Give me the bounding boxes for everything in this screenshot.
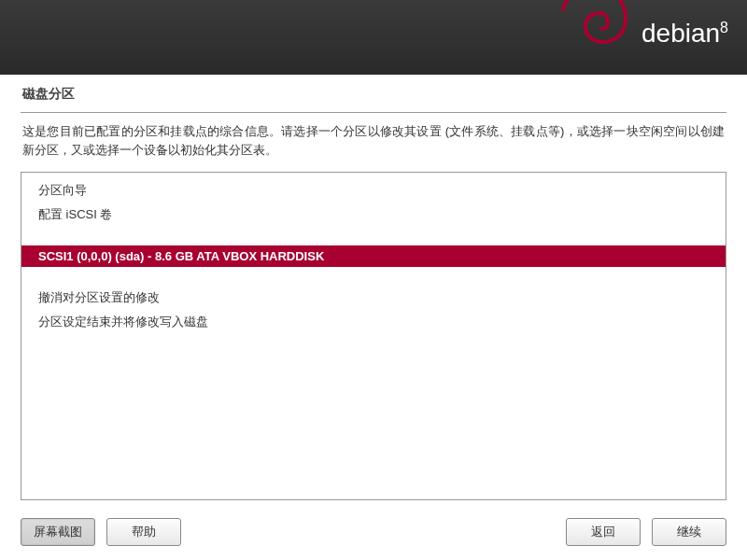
back-button[interactable]: 返回 [566,518,641,546]
option-undo-changes[interactable]: 撤消对分区设置的修改 [21,286,726,310]
list-spacer [21,227,726,245]
footer-bar: 屏幕截图 帮助 返回 继续 [0,504,747,560]
brand-version: 8 [720,20,728,35]
brand-name: debian [641,19,720,48]
help-button[interactable]: 帮助 [106,518,181,546]
option-disk-sda[interactable]: SCSI1 (0,0,0) (sda) - 8.6 GB ATA VBOX HA… [21,245,726,267]
partition-list: 分区向导 配置 iSCSI 卷 SCSI1 (0,0,0) (sda) - 8.… [21,172,726,500]
header-banner: debian8 [0,0,747,75]
option-finish-partitioning[interactable]: 分区设定结束并将修改写入磁盘 [21,310,726,334]
debian-swirl-icon [546,0,640,65]
page-title: 磁盘分区 [0,75,747,112]
footer-right-group: 返回 继续 [566,518,726,546]
instructions-text: 这是您目前已配置的分区和挂载点的综合信息。请选择一个分区以修改其设置 (文件系统… [0,122,747,168]
footer-left-group: 屏幕截图 帮助 [21,518,181,546]
list-spacer [21,267,726,286]
screenshot-button[interactable]: 屏幕截图 [21,518,95,546]
option-guided-partitioning[interactable]: 分区向导 [21,173,726,203]
brand-label: debian8 [641,19,728,49]
title-divider [21,112,726,113]
continue-button[interactable]: 继续 [652,518,726,546]
option-configure-iscsi[interactable]: 配置 iSCSI 卷 [21,203,726,227]
